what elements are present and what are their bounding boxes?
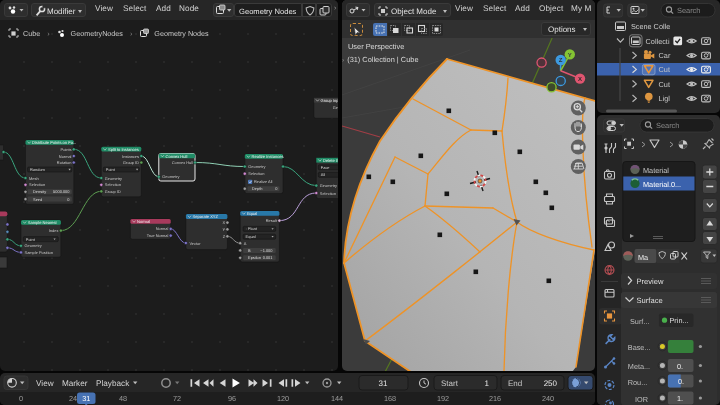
svg-text:Epsilon: Epsilon: [248, 255, 261, 260]
svg-text:Distribute Points on Fa...: Distribute Points on Fa...: [32, 140, 76, 145]
svg-text:Material: Material: [643, 166, 669, 175]
svg-text:Split to Instances: Split to Instances: [108, 147, 139, 152]
svg-text:Index: Index: [49, 228, 59, 233]
svg-text:0.: 0.: [678, 377, 684, 386]
svg-text:Collecti: Collecti: [646, 37, 670, 46]
svg-text:Equal: Equal: [247, 211, 257, 216]
svg-text:Material.0...: Material.0...: [643, 180, 681, 189]
svg-text:Marker: Marker: [62, 379, 88, 388]
svg-text:Group ID: Group ID: [123, 160, 139, 165]
svg-text:120: 120: [277, 394, 289, 403]
svg-text:0.001: 0.001: [263, 255, 273, 260]
svg-text:Search: Search: [677, 6, 700, 15]
svg-text:Delete Ge: Delete Ge: [323, 158, 338, 163]
svg-text:250: 250: [544, 379, 558, 388]
svg-text:Ge: Ge: [333, 105, 338, 110]
svg-text:Sample Position: Sample Position: [25, 250, 53, 255]
svg-text:Depth: Depth: [252, 186, 263, 191]
svg-text:Vector: Vector: [189, 241, 201, 246]
svg-text:Scene Colle: Scene Colle: [631, 22, 670, 31]
svg-text:Sample Nearest: Sample Nearest: [28, 220, 58, 225]
svg-text:48: 48: [119, 394, 127, 403]
svg-text:Mesh: Mesh: [29, 176, 39, 181]
svg-text:Y: Y: [222, 227, 225, 232]
svg-text:Search: Search: [656, 121, 679, 130]
svg-text:Surface: Surface: [637, 296, 663, 305]
svg-text:168: 168: [384, 394, 396, 403]
svg-text:Result: Result: [266, 218, 278, 223]
svg-text:Selection: Selection: [248, 171, 264, 176]
svg-text:−1.000: −1.000: [260, 248, 273, 253]
svg-text:Meta...: Meta...: [628, 362, 650, 371]
svg-text:Geometry: Geometry: [162, 174, 179, 179]
svg-text:· Float: · Float: [246, 226, 258, 231]
svg-text:Random: Random: [30, 167, 46, 172]
svg-text:Rotation: Rotation: [57, 160, 72, 165]
svg-text:Normal: Normal: [137, 219, 150, 224]
svg-text:240: 240: [542, 394, 554, 403]
svg-text:Cut: Cut: [659, 65, 670, 74]
svg-text:Base...: Base...: [628, 343, 651, 352]
svg-text:Start: Start: [441, 379, 459, 388]
svg-text:Ma: Ma: [638, 253, 649, 262]
svg-text:Normal: Normal: [156, 226, 169, 231]
svg-text:Group Input: Group Input: [321, 98, 339, 103]
svg-text:31: 31: [379, 379, 388, 388]
svg-text:Prin...: Prin...: [670, 316, 689, 325]
svg-text:X: X: [578, 76, 582, 83]
svg-text:Geometry: Geometry: [105, 176, 122, 181]
svg-text:Preview: Preview: [637, 277, 665, 286]
svg-text:Separate XYZ: Separate XYZ: [193, 214, 219, 219]
svg-text:24: 24: [69, 394, 77, 403]
svg-text:Selection: Selection: [105, 182, 121, 187]
svg-text:Cut: Cut: [659, 80, 670, 89]
svg-text:Z: Z: [559, 57, 563, 64]
svg-text:Selection: Selection: [320, 191, 336, 196]
svg-text:0: 0: [19, 394, 23, 403]
svg-text:Ligl: Ligl: [659, 94, 671, 103]
svg-text:72: 72: [173, 394, 181, 403]
svg-text:5000.000: 5000.000: [53, 189, 70, 194]
svg-text:Equal: Equal: [246, 234, 256, 239]
svg-text:View: View: [36, 379, 54, 388]
svg-text:X: X: [222, 220, 225, 225]
svg-text:Realize All: Realize All: [254, 179, 273, 184]
svg-text:A: A: [244, 241, 247, 246]
svg-text:End: End: [508, 379, 522, 388]
svg-text:B: B: [248, 248, 251, 253]
svg-text:96: 96: [228, 394, 236, 403]
svg-text:Y: Y: [568, 52, 572, 59]
svg-text:Instances: Instances: [122, 154, 139, 159]
svg-text:Seed: Seed: [33, 197, 42, 202]
svg-text:144: 144: [331, 394, 343, 403]
svg-text:Convex Hull: Convex Hull: [172, 160, 193, 165]
svg-text:1: 1: [485, 379, 490, 388]
svg-text:Selection: Selection: [29, 182, 45, 187]
svg-text:True Normal: True Normal: [147, 233, 169, 238]
svg-text:0.: 0.: [677, 362, 683, 371]
svg-text:IOR: IOR: [635, 395, 648, 404]
svg-text:Points: Points: [61, 147, 72, 152]
svg-text:Geometry: Geometry: [248, 164, 265, 169]
svg-text:Group ID: Group ID: [105, 189, 121, 194]
svg-text:216: 216: [489, 394, 501, 403]
svg-text:Surf...: Surf...: [630, 317, 649, 326]
svg-text:Geometry: Geometry: [25, 243, 42, 248]
svg-text:Face: Face: [321, 165, 331, 170]
svg-text:Convex Hull: Convex Hull: [166, 154, 188, 159]
svg-text:Point: Point: [106, 167, 116, 172]
svg-text:Density: Density: [33, 189, 46, 194]
svg-text:Rou...: Rou...: [628, 378, 647, 387]
svg-text:31: 31: [82, 394, 90, 403]
svg-text:Normal: Normal: [59, 154, 72, 159]
svg-text:1.: 1.: [677, 394, 683, 403]
svg-text:Point: Point: [26, 237, 36, 242]
svg-text:192: 192: [437, 394, 449, 403]
svg-text:All: All: [321, 172, 326, 177]
svg-text:Geometry: Geometry: [320, 183, 337, 188]
svg-text:Realize Instances: Realize Instances: [252, 154, 284, 159]
svg-text:Playback: Playback: [96, 379, 130, 388]
svg-text:Car: Car: [659, 51, 671, 60]
